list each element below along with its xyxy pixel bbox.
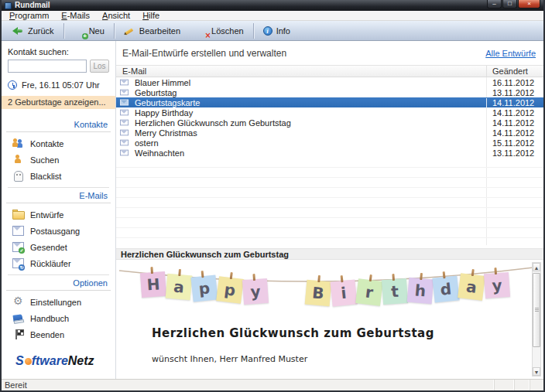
section-kontakte: Kontakte Kontakte Suchen Blacklist bbox=[2, 117, 115, 184]
preview-scrollbar[interactable]: ▲ ▼ bbox=[532, 262, 541, 377]
sidebar-item-r-ckl-ufer[interactable]: Rückläufer bbox=[2, 255, 115, 271]
draft-envelope-icon bbox=[120, 90, 129, 96]
banner-card-B: B bbox=[305, 280, 332, 307]
table-row[interactable]: Herzlichen Glückwunsch zum Geburtstag 14… bbox=[116, 118, 543, 128]
section-label-kontakte: Kontakte bbox=[2, 117, 115, 131]
empty-row[interactable] bbox=[116, 178, 543, 188]
softwarenetz-logo: SftwareNetz bbox=[2, 354, 115, 379]
empty-row[interactable] bbox=[116, 168, 543, 178]
scroll-down-icon[interactable]: ▼ bbox=[533, 367, 540, 376]
all-drafts-link[interactable]: Alle Entwürfe bbox=[485, 49, 536, 58]
section-label-e-mails: E-Mails bbox=[2, 188, 115, 203]
column-geaendert[interactable]: Geändert bbox=[486, 66, 543, 77]
toolbar-separator bbox=[253, 23, 254, 39]
search-go-button[interactable]: Los bbox=[90, 60, 109, 73]
folder-icon bbox=[12, 210, 24, 220]
menu-bar: ProgrammE-MailsAnsichtHilfe bbox=[2, 11, 543, 21]
menu-ansicht[interactable]: Ansicht bbox=[96, 11, 136, 20]
menu-programm[interactable]: Programm bbox=[3, 11, 55, 20]
table-row[interactable]: Blauer Himmel 16.11.2012 bbox=[116, 77, 543, 87]
sidebar-item-einstellungen[interactable]: Einstellungen bbox=[2, 294, 115, 310]
mail-returned-icon bbox=[12, 258, 24, 268]
edit-pencil-icon bbox=[124, 26, 135, 36]
banner-card-y: y bbox=[242, 278, 269, 305]
toolbar-bearbeiten-button[interactable]: Bearbeiten bbox=[116, 24, 188, 38]
title-bar: Rundmail – □ × bbox=[2, 0, 543, 11]
contact-search-label: Kontakt suchen: bbox=[2, 47, 115, 56]
sidebar-item-blacklist[interactable]: Blacklist bbox=[2, 168, 115, 184]
status-pane bbox=[494, 380, 514, 390]
menu-e-mails[interactable]: E-Mails bbox=[55, 11, 96, 20]
page-title: E-Mail-Entwürfe erstellen und verwalten bbox=[122, 48, 286, 59]
draft-envelope-icon bbox=[120, 80, 129, 86]
current-datetime: Fre, 16.11 05:07 Uhr bbox=[22, 80, 100, 90]
banner-card-d: d bbox=[432, 275, 459, 302]
sidebar-item-handbuch[interactable]: Handbuch bbox=[2, 310, 115, 326]
app-icon bbox=[5, 2, 12, 9]
toolbar-separator bbox=[63, 23, 64, 39]
gear-icon bbox=[12, 297, 24, 307]
info-circle-icon bbox=[263, 26, 272, 36]
draft-envelope-icon bbox=[120, 110, 129, 116]
greeting-text: Herzlichen Glückwunsch zum Geburtstag bbox=[152, 326, 434, 340]
mail-delete-icon bbox=[196, 27, 207, 36]
sidebar-item-suchen[interactable]: Suchen bbox=[2, 152, 115, 168]
toolbar-neu-button[interactable]: Neu bbox=[66, 24, 112, 38]
status-pane bbox=[514, 380, 530, 390]
book-icon bbox=[12, 313, 24, 323]
contact-search-input[interactable] bbox=[8, 60, 87, 73]
minimize-button[interactable]: – bbox=[487, 0, 502, 9]
draft-envelope-icon bbox=[120, 120, 129, 126]
sidebar-sections: Kontakte Kontakte Suchen Blacklist E-Mai… bbox=[2, 114, 115, 343]
app-body: Kontakt suchen: Los Fre, 16.11 05:07 Uhr… bbox=[2, 41, 543, 379]
sidebar-item-entw-rfe[interactable]: Entwürfe bbox=[2, 206, 115, 223]
banner-card-p: p bbox=[216, 277, 244, 305]
banner-card-a: a bbox=[458, 274, 485, 302]
banner-card-i: i bbox=[330, 279, 357, 306]
empty-row[interactable] bbox=[116, 228, 543, 238]
sidebar: Kontakt suchen: Los Fre, 16.11 05:07 Uhr… bbox=[2, 41, 116, 379]
maximize-button[interactable]: □ bbox=[502, 0, 517, 9]
sidebar-item-postausgang[interactable]: Postausgang bbox=[2, 223, 115, 239]
table-row[interactable]: Geburtstagskarte 14.11.2012 bbox=[116, 97, 543, 107]
section-label-optionen: Optionen bbox=[2, 275, 115, 290]
empty-row[interactable] bbox=[116, 198, 543, 208]
table-row[interactable]: ostern 15.11.2012 bbox=[116, 138, 543, 148]
scrollbar-thumb[interactable] bbox=[533, 273, 540, 347]
birthday-notice[interactable]: 2 Geburtstage anzeigen... bbox=[2, 96, 115, 109]
app-window: Rundmail – □ × ProgrammE-MailsAnsichtHil… bbox=[0, 0, 545, 392]
toolbar: Zurück Neu Bearbeiten Löschen Info bbox=[2, 21, 543, 41]
sidebar-item-kontakte[interactable]: Kontakte bbox=[2, 135, 115, 152]
menu-hilfe[interactable]: Hilfe bbox=[136, 11, 166, 20]
table-row[interactable]: Merry Christmas 14.11.2012 bbox=[116, 128, 543, 138]
sidebar-item-beenden[interactable]: Beenden bbox=[2, 326, 115, 343]
status-pane bbox=[530, 380, 543, 390]
empty-row[interactable] bbox=[116, 238, 543, 245]
main-panel: E-Mail-Entwürfe erstellen und verwalten … bbox=[116, 41, 543, 379]
draft-envelope-icon bbox=[120, 130, 129, 136]
table-row[interactable]: Weihnachten 13.11.2012 bbox=[116, 148, 543, 158]
toolbar-zur-ck-button[interactable]: Zurück bbox=[5, 24, 62, 38]
flag-icon bbox=[12, 329, 24, 339]
table-row[interactable]: Happy Birthday 14.11.2012 bbox=[116, 107, 543, 118]
empty-row[interactable] bbox=[116, 218, 543, 228]
empty-row[interactable] bbox=[116, 158, 543, 168]
toolbar-l-schen-button[interactable]: Löschen bbox=[188, 24, 252, 38]
draft-envelope-icon bbox=[120, 150, 129, 156]
logo-part3: Netz bbox=[68, 354, 94, 367]
window-controls: – □ × bbox=[486, 0, 540, 9]
banner-card-H: H bbox=[140, 271, 166, 298]
contacts-icon bbox=[12, 138, 24, 148]
scroll-up-icon[interactable]: ▲ bbox=[533, 263, 540, 271]
signature-text: wünscht Ihnen, Herr Manfred Muster bbox=[152, 354, 307, 364]
banner-card-h: h bbox=[407, 278, 434, 305]
banner-card-y: y bbox=[484, 271, 510, 298]
mail-outbox-icon bbox=[12, 226, 24, 236]
table-row[interactable]: Geburtstag 13.11.2012 bbox=[116, 87, 543, 97]
sidebar-item-gesendet[interactable]: Gesendet bbox=[2, 239, 115, 255]
close-button[interactable]: × bbox=[518, 0, 540, 9]
empty-row[interactable] bbox=[116, 208, 543, 218]
column-email[interactable]: E-Mail bbox=[116, 66, 486, 77]
empty-row[interactable] bbox=[116, 188, 543, 198]
toolbar-info-button[interactable]: Info bbox=[255, 24, 298, 38]
